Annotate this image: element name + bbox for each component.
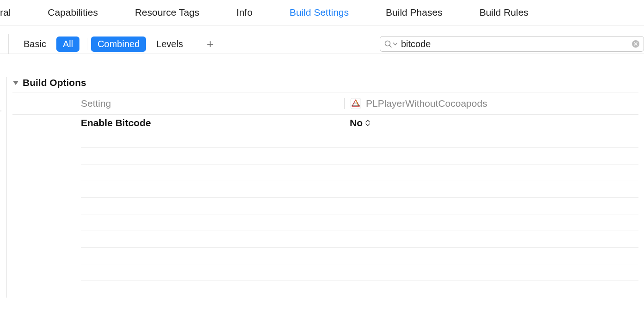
filter-levels[interactable]: Levels	[150, 37, 189, 52]
column-target: PLPlayerWithoutCocoapods	[344, 98, 487, 109]
settings-table-header: Setting PLPlayerWithoutCocoapods	[12, 92, 638, 115]
search-icon[interactable]	[384, 40, 392, 48]
table-row	[81, 148, 638, 165]
tab-build-settings[interactable]: Build Settings	[271, 7, 367, 18]
filter-all[interactable]: All	[56, 37, 79, 52]
tab-build-phases[interactable]: Build Phases	[367, 7, 461, 18]
app-icon	[350, 98, 361, 109]
section-build-options[interactable]: Build Options	[12, 77, 638, 92]
column-setting: Setting	[81, 98, 344, 109]
svg-line-1	[389, 45, 391, 47]
tab-info[interactable]: Info	[218, 7, 271, 18]
setting-name: Enable Bitcode	[81, 117, 350, 128]
disclosure-triangle-icon[interactable]	[12, 79, 19, 86]
table-row	[81, 264, 638, 281]
edge-ellipsis: .	[0, 105, 2, 113]
divider	[197, 38, 197, 50]
search-input[interactable]	[401, 39, 629, 49]
tab-capabilities[interactable]: Capabilities	[29, 7, 116, 18]
search-scope-chevron-icon[interactable]	[393, 42, 397, 47]
add-setting-button[interactable]: +	[201, 37, 219, 51]
setting-value[interactable]: No	[350, 117, 370, 128]
table-row	[81, 198, 638, 214]
setting-value-text: No	[350, 117, 363, 128]
tab-resource-tags[interactable]: Resource Tags	[116, 7, 218, 18]
updown-icon	[365, 119, 370, 127]
table-row	[81, 248, 638, 264]
search-box	[380, 36, 644, 52]
table-row	[81, 131, 638, 148]
table-row	[81, 181, 638, 198]
filter-combined[interactable]: Combined	[91, 37, 146, 52]
target-name: PLPlayerWithoutCocoapods	[366, 98, 487, 109]
project-tabs: ral Capabilities Resource Tags Info Buil…	[0, 0, 644, 25]
table-row[interactable]: Enable Bitcode No	[12, 115, 638, 131]
filter-bar: Basic All Combined Levels +	[0, 34, 644, 54]
table-row	[81, 214, 638, 231]
section-title: Build Options	[23, 77, 86, 88]
clear-search-icon[interactable]	[632, 40, 640, 48]
divider	[87, 38, 87, 50]
tab-general[interactable]: ral	[0, 7, 29, 18]
filter-basic[interactable]: Basic	[17, 37, 53, 52]
table-row	[81, 231, 638, 248]
table-row	[81, 165, 638, 181]
tab-build-rules[interactable]: Build Rules	[461, 7, 547, 18]
table-row	[81, 281, 638, 298]
